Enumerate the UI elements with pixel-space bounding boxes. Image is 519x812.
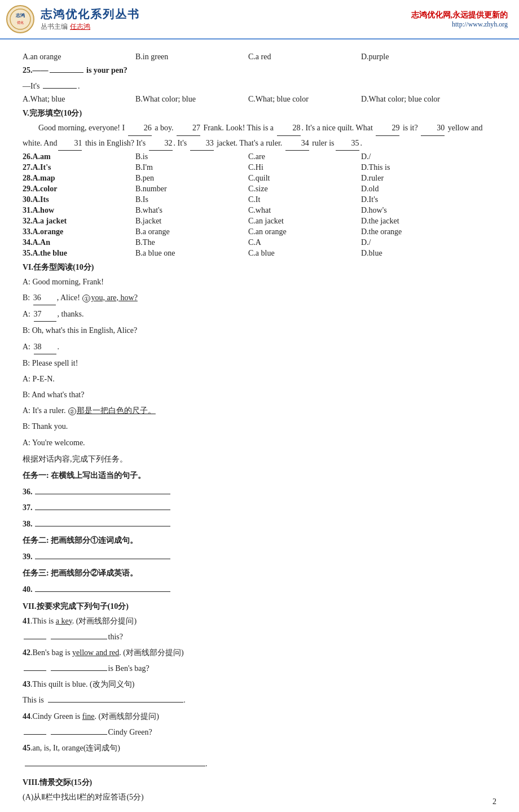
q30-D: D.It's — [361, 195, 474, 204]
task3-40: 40. — [23, 582, 496, 596]
content: A.an orange B.in green C.a red D.purple … — [0, 39, 519, 812]
q33-D: D.the orange — [361, 227, 474, 236]
choice-C-top: C.a red — [248, 52, 361, 62]
q35-row: 35.A.the blue B.a blue one C.a blue D.bl… — [23, 249, 496, 258]
dialogue-line-4: A: 38. — [23, 340, 496, 354]
q27-C: C.Hi — [248, 163, 361, 172]
q42-blanks: is Ben's bag? — [23, 661, 496, 675]
dialogue-line-3: B: Oh, what's this in English, Alice? — [23, 323, 496, 337]
q29-C: C.size — [248, 185, 361, 194]
task1-36: 36. — [23, 485, 496, 499]
q27-A: A.It's — [33, 163, 51, 172]
q35-D: D.blue — [361, 249, 474, 258]
header-right: 志鸿优化网,永远提供更新的 http://www.zhyh.org — [411, 10, 508, 29]
q26-D: D./ — [361, 152, 474, 161]
q27-B: B.I'm — [135, 163, 248, 172]
q27-label: 27.A.It's — [23, 163, 135, 172]
dialogue-line-8: A: It's a ruler. ②那是一把白色的尺子。 — [23, 403, 496, 418]
q28-label: 28.A.map — [23, 174, 135, 183]
section8-sub: (A)从Ⅱ栏中找出Ⅰ栏的对应答语(5分) — [23, 790, 496, 804]
q29-D: D.old — [361, 185, 474, 194]
q29-A: A.color — [33, 185, 58, 193]
task2-title: 任务二: 把画线部分①连词成句。 — [23, 533, 496, 547]
q25-text: 25.—— is your pen? — [23, 63, 496, 77]
dialogue-line-2: A: 37, thanks. — [23, 307, 496, 322]
task1-title: 任务一: 在横线上写出适当的句子。 — [23, 468, 496, 482]
dialogue-line-10: A: You're welcome. — [23, 436, 496, 450]
q29-B: B.number — [135, 185, 248, 194]
q35-C: C.a blue — [248, 249, 361, 258]
dialogue-line-7: B: And what's that? — [23, 388, 496, 402]
q26-label: 26.A.am — [23, 152, 135, 161]
q27-D: D.This is — [361, 163, 474, 172]
logo-title: 志鸿优化系列丛书 — [41, 7, 140, 22]
q25-D: D.What color; blue color — [361, 95, 474, 104]
q30-row: 30.A.Its B.Is C.It D.It's — [23, 195, 496, 204]
q34-D: D./ — [361, 238, 474, 247]
header-slogan: 志鸿优化网,永远提供更新的 — [411, 10, 508, 20]
svg-text:优化: 优化 — [17, 21, 24, 24]
q34-row: 34.A.An B.The C.A D./ — [23, 238, 496, 247]
q43-text: 43.This quilt is blue. (改为同义句) — [23, 677, 496, 691]
q27-row: 27.A.It's B.I'm C.Hi D.This is — [23, 163, 496, 172]
q30-label: 30.A.Its — [23, 195, 135, 204]
header-left: 志鸿 优化 志鸿优化系列丛书 丛书主编 任志鸿 — [6, 5, 140, 34]
q35-A: A.the blue — [33, 249, 67, 257]
q34-A: A.An — [33, 238, 51, 247]
q32-B: B.jacket — [135, 217, 248, 226]
q33-A: A.orange — [33, 227, 64, 236]
header: 志鸿 优化 志鸿优化系列丛书 丛书主编 任志鸿 志鸿优化网,永远提供更新的 ht… — [0, 0, 519, 39]
task-intro: 根据对话内容,完成下列任务。 — [23, 452, 496, 466]
q34-C: C.A — [248, 238, 361, 247]
q45-blanks: . — [23, 757, 496, 771]
logo-text-block: 志鸿优化系列丛书 丛书主编 任志鸿 — [41, 7, 140, 32]
q31-D: D.how's — [361, 206, 474, 215]
dialogue-line-0: A: Good morning, Frank! — [23, 275, 496, 289]
q28-B: B.pen — [135, 174, 248, 183]
q45-text: 45.an, is, It, orange(连词成句) — [23, 741, 496, 755]
logo-subtitle-label: 丛书主编 — [41, 22, 68, 32]
section6-title: VI.任务型阅读(10分) — [23, 262, 496, 273]
section8-title: VIII.情景交际(15分) — [23, 778, 496, 788]
q42-text: 42.Ben's bag is yellow and red. (对画线部分提问… — [23, 646, 496, 660]
choice-B-top: B.in green — [135, 52, 248, 62]
task2-39: 39. — [23, 550, 496, 564]
task1-37: 37. — [23, 501, 496, 515]
page-number: 2 — [492, 797, 496, 806]
q44-blanks: Cindy Green? — [23, 725, 496, 739]
q29-row: 29.A.color B.number C.size D.old — [23, 185, 496, 194]
dialogue-line-1: B: 36, Alice! ①you, are, how? — [23, 291, 496, 305]
q41-text: 41.This is a key. (对画线部分提问) — [23, 614, 496, 628]
task1-38: 38. — [23, 517, 496, 531]
q26-row: 26.A.am B.is C.are D./ — [23, 152, 496, 161]
header-url: http://www.zhyh.org — [411, 20, 508, 29]
q28-A: A.map — [33, 174, 55, 182]
q25-label: 25.—— is your pen? — [23, 66, 127, 74]
section5-title: V.完形填空(10分) — [23, 108, 496, 118]
q25-answer: —It's . — [23, 79, 496, 93]
q32-row: 32.A.a jacket B.jacket C.an jacket D.the… — [23, 217, 496, 226]
q32-A: A.a jacket — [33, 217, 67, 225]
choice-D-top: D.purple — [361, 52, 474, 62]
q34-B: B.The — [135, 238, 248, 247]
q33-row: 33.A.orange B.a orange C.an orange D.the… — [23, 227, 496, 236]
q31-B: B.what's — [135, 206, 248, 215]
page: 志鸿 优化 志鸿优化系列丛书 丛书主编 任志鸿 志鸿优化网,永远提供更新的 ht… — [0, 0, 519, 812]
q32-D: D.the jacket — [361, 217, 474, 226]
q44-text: 44.Cindy Green is fine. (对画线部分提问) — [23, 709, 496, 723]
q25-choices: A.What; blue B.What color; blue C.What; … — [23, 95, 496, 104]
q43-blanks: This is . — [23, 693, 496, 707]
task3-title: 任务三: 把画线部分②译成英语。 — [23, 566, 496, 580]
q32-C: C.an jacket — [248, 217, 361, 226]
q30-C: C.It — [248, 195, 361, 204]
dialogue-line-5: B: Please spell it! — [23, 356, 496, 370]
q26-C: C.are — [248, 152, 361, 161]
q28-D: D.ruler — [361, 174, 474, 183]
q28-row: 28.A.map B.pen C.quilt D.ruler — [23, 174, 496, 183]
q30-B: B.Is — [135, 195, 248, 204]
q31-C: C.what — [248, 206, 361, 215]
q33-B: B.a orange — [135, 227, 248, 236]
q25-B: B.What color; blue — [135, 95, 248, 104]
section7-title: VII.按要求完成下列句子(10分) — [23, 602, 496, 612]
q35-label: 35.A.the blue — [23, 249, 135, 258]
